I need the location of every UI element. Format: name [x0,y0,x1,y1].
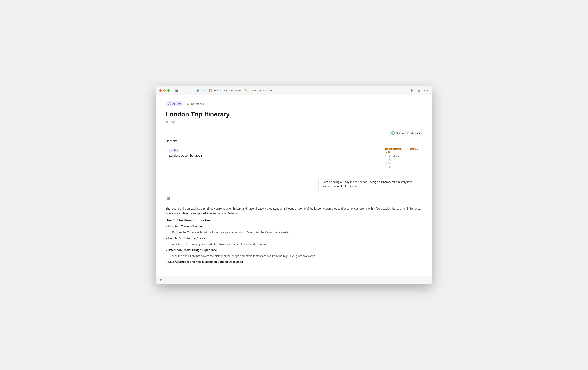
titlebar-actions: ⚙ ⊕ ••• [409,88,429,93]
list-item: • Lunch: St. Katharine Docks [166,236,422,241]
item-3-label: Afternoon: Tower Bridge Experience [168,248,217,252]
trip-badge-label: Trip [174,149,178,152]
cmd-icon: ⌘ [159,278,162,282]
item-1-label: Morning: Tower of London [168,225,204,228]
tab-collections-label: Collections [191,102,204,105]
more-button[interactable]: ••• [423,88,429,93]
info-3: ℹ [388,166,391,168]
reminder-panel: ! Reme... [406,145,422,172]
settings-button[interactable]: ⚙ [409,88,414,93]
tab-ai-chat-label: AI Chat [172,102,181,105]
trip-badge-icon: 🏷 [171,149,173,152]
model-selector-row: G OpenAI GPT-4o mini [166,130,422,136]
maximize-button[interactable] [167,89,170,92]
dot-1 [385,159,387,161]
tags-row[interactable]: 🏷 Tags [166,120,422,124]
item-3-desc: Visit the exhibition that covers the his… [172,254,316,258]
breadcrumb-itinerary[interactable]: ✏️ London Trip Itinerary [245,89,273,92]
dot-2 [385,162,387,165]
context-card: 🏷 Trip London, December 2024 Transportat… [166,145,422,172]
item-2-label: Lunch: St. Katharine Docks [168,237,205,240]
dot-3 [385,166,387,168]
context-badge: 🏷 Trip [169,149,179,152]
transport-row-3: ℹ [385,166,404,168]
user-message-text: I am planning a 3 day trip to London - d… [323,180,413,188]
depart-row: ✈ Depart from [385,155,404,158]
back-button[interactable]: ← [181,88,187,93]
london-icon: 📋 [209,89,212,92]
model-label: OpenAI GPT-4o mini [396,131,420,135]
transport-row-1: ℹ [385,158,404,161]
traffic-lights [159,89,170,92]
model-selector-button[interactable]: G OpenAI GPT-4o mini [389,130,422,136]
transportation-panel: Transportation (Out) ✈ Depart from ℹ ℹ [382,145,406,172]
list-item-sub: • A picturesque marina just outside the … [170,243,422,247]
item-2-desc: A picturesque marina just outside the To… [172,243,270,246]
sidebar-toggle-button[interactable]: ⊟ [174,88,179,93]
item-1-desc: Explore the Tower's rich history, from r… [172,231,292,234]
depart-label: Depart from [388,155,400,158]
tab-bar: 💬 AI Chat 🔒 Collections [166,101,422,106]
minimize-button[interactable] [163,89,166,92]
breadcrumb-london-label: London, December 2024 [213,89,242,92]
titlebar: ⊟ ← → 🧳 Trips / 📋 London, December 2024 … [156,86,432,95]
tab-ai-chat[interactable]: 💬 AI Chat [166,101,183,106]
app-window: ⊟ ← → 🧳 Trips / 📋 London, December 2024 … [156,86,432,284]
breadcrumb-trips-label: Trips [200,89,206,92]
trips-icon: 🧳 [196,89,199,92]
list-item: • Late Afternoon: The New Museum of Lond… [166,260,422,265]
bottom-bar: ⌘ [156,276,432,284]
breadcrumb-london[interactable]: 📋 London, December 2024 [209,89,242,92]
itinerary-icon: ✏️ [245,89,248,92]
list-item: • Afternoon: Tower Bridge Experience [166,248,422,253]
breadcrumb: 🧳 Trips / 📋 London, December 2024 / ✏️ L… [196,89,406,92]
main-content: 💬 AI Chat 🔒 Collections London Trip Itin… [156,95,432,276]
close-button[interactable] [159,89,162,92]
transportation-title: Transportation (Out) [385,148,404,153]
add-button[interactable]: ⊕ [416,88,421,93]
tags-icon: 🏷 [166,120,168,124]
list-item-sub: • Visit the exhibition that covers the h… [170,254,422,259]
list-item-sub: • Explore the Tower's rich history, from… [170,231,422,235]
list-item: • Morning: Tower of London [166,224,422,229]
info-2: ℹ [388,162,391,165]
item-4-label: Late Afternoon: The New Museum of London… [168,260,243,263]
ai-response-icon: 🖼 [166,196,171,201]
titlebar-nav: ⊟ ← → [174,88,194,93]
ai-chat-icon: 💬 [168,102,171,105]
depart-icon: ✈ [385,155,387,158]
response-list: • Morning: Tower of London • Explore the… [166,224,422,265]
transport-row-2: ℹ [385,162,404,165]
context-main: 🏷 Trip London, December 2024 [166,145,382,172]
breadcrumb-itinerary-label: London Trip Itinerary [249,89,273,92]
collections-icon: 🔒 [187,102,190,105]
response-day1-title: Day 1: The Heart of London [166,218,422,222]
context-side: Transportation (Out) ✈ Depart from ℹ ℹ [382,145,422,172]
forward-button[interactable]: → [188,88,194,93]
reminder-title: ! Reme... [409,148,420,150]
context-section-label: Context [166,139,422,143]
info-1: ℹ [388,158,391,161]
openai-icon: G [391,131,395,135]
tags-label: Tags [169,120,176,124]
breadcrumb-trips[interactable]: 🧳 Trips [196,89,206,92]
page-title: London Trip Itinerary [166,110,422,118]
response-intro: That sounds like an exciting trip! Since… [166,207,422,216]
user-message: I am planning a 3 day trip to London - d… [318,177,422,192]
tab-collections[interactable]: 🔒 Collections [184,101,206,106]
context-card-title: London, December 2024 [169,154,379,157]
